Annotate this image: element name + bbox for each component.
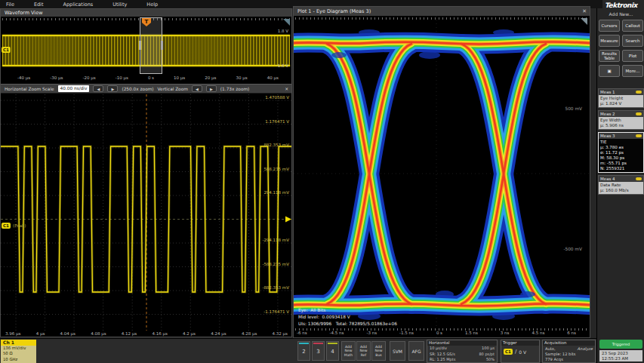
overview-scale-bottom: -1.8 V: [276, 63, 288, 68]
extra-button[interactable]: AFG: [408, 341, 424, 361]
sidebar-button[interactable]: Measure: [599, 35, 620, 47]
menu-item[interactable]: Help: [146, 2, 158, 8]
rising-edge-icon: /: [515, 349, 516, 355]
horizontal-row: 10 μs/div100 μs: [427, 346, 497, 352]
sidebar-button[interactable]: Search: [622, 35, 643, 47]
zoom-time-axis: 3.96 μs4 μs4.04 μs4.08 μs4.12 μs4.16 μs4…: [5, 331, 288, 338]
measurement-badge[interactable]: Meas 3 TIE μ: 3.780 as σ: 11.72 ps M: 58…: [598, 132, 644, 173]
sidebar-button-label: Cursors: [602, 23, 618, 28]
channel1-name: Ch 1: [1, 340, 36, 346]
overview-time-label: 10 μs: [174, 75, 185, 82]
menu-item[interactable]: Applications: [63, 2, 93, 8]
measurement-badge[interactable]: Meas 4 Data Rate μ: 160.0 Mb/s: [598, 175, 644, 195]
menu-item[interactable]: File: [6, 2, 14, 8]
zoom-channel-marker[interactable]: C1: [2, 223, 11, 229]
channel-button[interactable]: 4: [326, 341, 339, 361]
graticule-y-label: 1.470588 V: [257, 95, 289, 100]
eye-time-label: -4.5 ns: [330, 331, 344, 337]
sidebar-button[interactable]: Cursors: [599, 20, 620, 32]
measurement-name: Meas 3: [599, 133, 643, 139]
eye-time-axis: -6 ns-4.5 ns-3 ns-1.5 ns0 s1.5 ns3 ns4.5…: [297, 331, 576, 337]
zoom-left-handle[interactable]: [139, 41, 141, 50]
acquisition-analyze: Analyze: [578, 346, 593, 352]
menu-item[interactable]: Utility: [112, 2, 127, 8]
view-options-icon[interactable]: [283, 19, 290, 26]
bottom-bar: Ch 1 136 mV/div 50 Ω 10 GHz 2 3 4 Add Ne…: [0, 338, 596, 363]
extra-button[interactable]: SVM: [390, 341, 405, 361]
eye-time-label: 4.5 ns: [532, 331, 544, 337]
zoom-time-label: 4.12 μs: [122, 331, 137, 338]
plot-close-icon[interactable]: ✕: [582, 7, 587, 16]
acquisition-title: Acquisition: [543, 340, 595, 346]
channel-button[interactable]: 3: [312, 341, 325, 361]
eye-y-label-bottom: -500 mV: [563, 247, 582, 251]
add-new-button[interactable]: Add New Bus: [371, 341, 386, 361]
acquisition-panel[interactable]: Acquisition Auto, Analyze Sample: 12 bit…: [542, 340, 596, 363]
vzoom-increase-button[interactable]: ▶: [206, 85, 217, 92]
sidebar-buttons: Cursors Callout Measure Search Results T…: [599, 20, 643, 77]
acquisition-mode: Auto,: [545, 346, 556, 352]
eye-time-label: -6 ns: [297, 331, 307, 337]
sidebar-button[interactable]: Plot: [622, 50, 643, 62]
measurement-name: Meas 2: [599, 111, 643, 117]
zoom-time-label: 4.2 μs: [183, 331, 196, 338]
measurement-name: Meas 4: [599, 176, 643, 182]
acquisition-sample: Sample: 12 bits: [543, 352, 595, 357]
trigger-status-button[interactable]: Triggered: [599, 340, 642, 349]
zoom-time-label: 4.32 μs: [273, 331, 288, 338]
channel1-badge[interactable]: Ch 1 136 mV/div 50 Ω 10 GHz: [1, 340, 36, 363]
eye-time-label: 6 ns: [567, 331, 576, 337]
graticule-y-label: 882.353 mV: [257, 143, 289, 147]
overview-time-label: -40 μs: [17, 75, 30, 82]
vertical-zoom-label: Vertical Zoom: [158, 87, 188, 91]
graticule-y-label: 1.176471 V: [257, 119, 289, 124]
channel-button[interactable]: 2: [297, 341, 310, 361]
zoom-right-handle[interactable]: [161, 41, 163, 50]
overview-channel-badge[interactable]: C1: [2, 47, 11, 53]
datetime-display: 23 Sep 202312:55:23 AM: [599, 350, 642, 361]
zoom-toolbar: Horizontal Zoom Scale 40.00 ns/div ◀ ▶ (…: [1, 84, 291, 94]
zoom-time-label: 4.16 μs: [152, 331, 167, 338]
measurement-values: Eye Height μ: 1.824 V: [599, 95, 643, 107]
graticule-y-label: -294.118 mV: [257, 238, 289, 242]
trigger-panel[interactable]: Trigger C1 / 0 V: [501, 340, 540, 363]
eye-time-label: -1.5 ns: [399, 331, 414, 337]
measurement-values: TIE μ: 3.780 as σ: 11.72 ps M: 58.30 ps …: [599, 139, 643, 172]
eye-time-label: 1.5 ns: [465, 331, 478, 337]
horizontal-zoom-scale-input[interactable]: 40.00 ns/div: [58, 85, 90, 92]
eye-diagram-window: Plot 1 - Eye Diagram (Meas 3) ✕ 500 mV -…: [293, 6, 590, 338]
channel1-settings: 136 mV/div 50 Ω 10 GHz: [1, 346, 36, 363]
add-new-label: Add New...: [597, 11, 644, 17]
zoom-close-icon[interactable]: ✕: [285, 87, 288, 91]
zoom-time-label: 4.04 μs: [60, 331, 75, 338]
measurement-badges: Meas 1 Eye Height μ: 1.824 V Meas 2 Eye …: [597, 88, 644, 197]
zoom-region-box[interactable]: [140, 17, 162, 74]
measurement-name: Meas 1: [599, 89, 643, 95]
menu-item[interactable]: Edit: [34, 2, 44, 8]
zoom-time-label: 4.24 μs: [211, 331, 226, 338]
measurement-badge[interactable]: Meas 2 Eye Width μ: 5.906 ns: [598, 110, 644, 130]
graticule-y-label: -882.353 mV: [257, 285, 289, 290]
horizontal-panel[interactable]: Horizontal 10 μs/div100 μs SR: 12.5 GS/s…: [427, 340, 498, 363]
sidebar-button-label: Search: [626, 38, 640, 43]
add-new-button[interactable]: Add New Ref: [356, 341, 371, 361]
oscilloscope-screen: FileEditApplicationsUtilityHelp Waveform…: [0, 0, 644, 363]
sidebar-button[interactable]: Results Table: [599, 50, 620, 62]
sidebar-button[interactable]: More...: [622, 65, 643, 77]
graticule-y-label: -1.176471 V: [257, 309, 289, 314]
measurement-source-pill: [636, 177, 642, 180]
hzoom-increase-button[interactable]: ▶: [107, 85, 118, 92]
vzoom-decrease-button[interactable]: ◀: [192, 85, 202, 92]
sidebar-button[interactable]: Callout: [622, 20, 643, 32]
measurement-badge[interactable]: Meas 1 Eye Height μ: 1.824 V: [598, 88, 644, 108]
channel-number: 4: [327, 344, 338, 359]
zoom-graticule: 1.470588 V1.176471 V882.353 mV588.235 mV…: [1, 94, 291, 331]
channel-number: 3: [313, 344, 324, 359]
measurement-source-pill: [636, 112, 642, 115]
measurement-values: Data Rate μ: 160.0 Mb/s: [599, 182, 643, 194]
eye-time-label: 3 ns: [501, 331, 510, 337]
eye-readout-2: Mid level: 0.0093418 V: [298, 314, 350, 321]
hzoom-decrease-button[interactable]: ◀: [93, 85, 103, 92]
add-new-button[interactable]: Add New Math: [341, 341, 356, 361]
sidebar-button[interactable]: ▣: [599, 65, 620, 77]
